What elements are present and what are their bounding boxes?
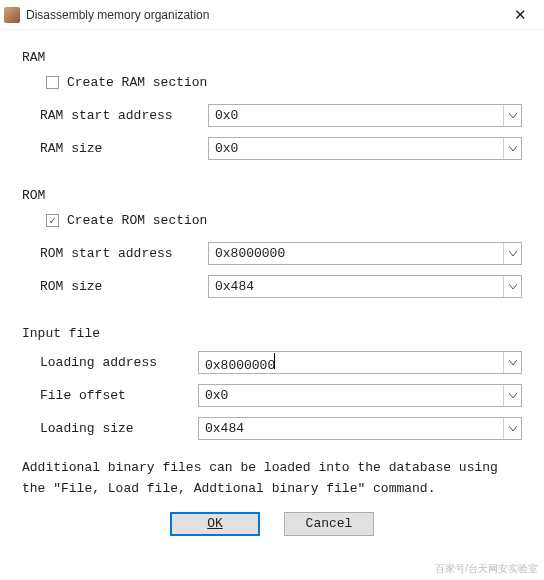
rom-create-row[interactable]: ✓ Create ROM section xyxy=(46,213,522,228)
chevron-down-icon[interactable] xyxy=(503,352,521,373)
file-offset-combo[interactable]: 0x0 xyxy=(198,384,522,407)
ram-create-checkbox[interactable] xyxy=(46,76,59,89)
close-button[interactable]: ✕ xyxy=(500,1,540,29)
rom-size-label: ROM size xyxy=(40,279,200,294)
loading-address-combo[interactable]: 0x8000000 xyxy=(198,351,522,374)
rom-size-combo[interactable]: 0x484 xyxy=(208,275,522,298)
file-offset-value: 0x0 xyxy=(199,388,503,403)
ram-size-label: RAM size xyxy=(40,141,200,156)
input-section-title: Input file xyxy=(22,326,522,341)
ram-create-label: Create RAM section xyxy=(67,75,207,90)
loading-address-value: 0x8000000 xyxy=(199,353,503,373)
ram-size-combo[interactable]: 0x0 xyxy=(208,137,522,160)
ram-create-row[interactable]: Create RAM section xyxy=(46,75,522,90)
rom-size-value: 0x484 xyxy=(209,279,503,294)
chevron-down-icon[interactable] xyxy=(503,138,521,159)
ram-section-title: RAM xyxy=(22,50,522,65)
chevron-down-icon[interactable] xyxy=(503,385,521,406)
rom-start-value: 0x8000000 xyxy=(209,246,503,261)
ok-button[interactable]: OK xyxy=(170,512,260,536)
loading-size-combo[interactable]: 0x484 xyxy=(198,417,522,440)
app-icon xyxy=(4,7,20,23)
file-offset-label: File offset xyxy=(40,388,190,403)
text-caret xyxy=(274,353,275,369)
rom-start-label: ROM start address xyxy=(40,246,200,261)
ram-start-combo[interactable]: 0x0 xyxy=(208,104,522,127)
rom-section-title: ROM xyxy=(22,188,522,203)
ram-start-label: RAM start address xyxy=(40,108,200,123)
chevron-down-icon[interactable] xyxy=(503,418,521,439)
loading-size-value: 0x484 xyxy=(199,421,503,436)
titlebar: Disassembly memory organization ✕ xyxy=(0,0,544,30)
ram-size-value: 0x0 xyxy=(209,141,503,156)
rom-create-checkbox[interactable]: ✓ xyxy=(46,214,59,227)
rom-create-label: Create ROM section xyxy=(67,213,207,228)
cancel-button[interactable]: Cancel xyxy=(284,512,374,536)
loading-size-label: Loading size xyxy=(40,421,190,436)
info-text: Additional binary files can be loaded in… xyxy=(22,450,522,508)
ram-start-value: 0x0 xyxy=(209,108,503,123)
chevron-down-icon[interactable] xyxy=(503,105,521,126)
loading-address-label: Loading address xyxy=(40,355,190,370)
dialog-content: RAM Create RAM section RAM start address… xyxy=(0,30,544,546)
window-title: Disassembly memory organization xyxy=(26,8,500,22)
watermark: 百家号/台天网安实验室 xyxy=(435,562,538,576)
chevron-down-icon[interactable] xyxy=(503,243,521,264)
button-row: OK Cancel xyxy=(22,512,522,536)
rom-start-combo[interactable]: 0x8000000 xyxy=(208,242,522,265)
chevron-down-icon[interactable] xyxy=(503,276,521,297)
